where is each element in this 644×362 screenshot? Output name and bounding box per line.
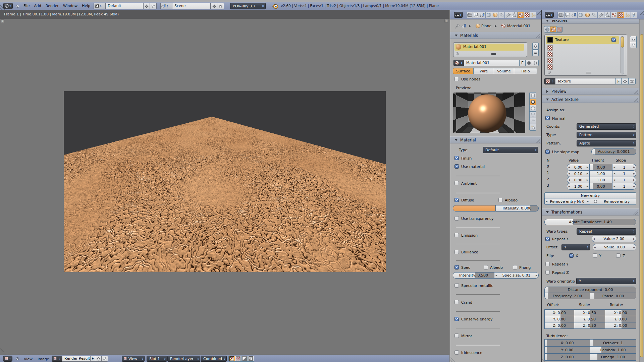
editor-type-button[interactable] [454, 12, 463, 18]
slope-row-height-slider[interactable]: 1.00 [589, 170, 612, 177]
material-name-field[interactable]: Material.001 [464, 60, 520, 66]
decrease-arrow-icon[interactable]: ◀ [567, 166, 571, 169]
properties-tab[interactable] [517, 12, 524, 18]
increase-arrow-icon[interactable]: ▶ [586, 172, 589, 175]
remove-material-slot-button[interactable] [532, 50, 539, 56]
transformations-panel-header[interactable]: Transformations [542, 208, 639, 216]
render-pass-dropdown[interactable]: Combined [201, 356, 227, 362]
add-slot-icon[interactable] [547, 70, 551, 74]
rotate-slider[interactable]: X: 0.00 [605, 309, 636, 316]
diffuse-intensity-slider[interactable]: Intensity: 0.800 [495, 205, 539, 212]
repeat-z-checkbox[interactable] [545, 270, 550, 275]
menu-item[interactable]: Window [63, 3, 77, 9]
use-nodes-checkbox[interactable] [454, 77, 459, 81]
increase-arrow-icon[interactable]: ▶ [586, 179, 589, 181]
spec-albedo-checkbox[interactable] [484, 265, 488, 269]
area-corner-icon[interactable] [536, 10, 541, 15]
finish-checkbox[interactable] [454, 156, 459, 160]
draw-channel-button[interactable] [235, 356, 241, 362]
increase-arrow-icon[interactable]: ▶ [632, 238, 636, 240]
editor-type-button[interactable] [3, 356, 12, 362]
iridescence-checkbox[interactable] [454, 350, 459, 355]
list-resize-handle[interactable] [491, 53, 496, 55]
increase-arrow-icon[interactable]: ▶ [632, 185, 636, 188]
texture-datablock-icon[interactable] [544, 78, 555, 84]
slope-row-height-slider[interactable]: 0.00 [589, 164, 612, 171]
area-corner-icon[interactable] [0, 348, 4, 352]
panel-drag-icon[interactable] [535, 138, 540, 143]
menu-item[interactable]: File [23, 3, 30, 9]
draw-channel-button[interactable] [241, 356, 248, 362]
material-type-tab[interactable]: Halo [514, 68, 537, 74]
texture-context-button[interactable] [544, 26, 550, 33]
unlink-material-button[interactable] [532, 60, 539, 66]
fake-user-button[interactable]: F [90, 356, 95, 362]
texture-context-button[interactable] [550, 26, 556, 33]
properties-tab[interactable] [530, 12, 536, 18]
properties-tab[interactable] [473, 12, 479, 18]
slope-row-value-field[interactable]: ◀ 0.10 ▶ [567, 170, 590, 177]
move-texture-down-button[interactable] [630, 42, 637, 48]
properties-tab[interactable] [597, 12, 604, 18]
decrease-arrow-icon[interactable]: ◀ [612, 172, 616, 175]
new-image-button[interactable] [95, 356, 102, 362]
collapse-menus-icon[interactable] [16, 4, 19, 8]
scale-slider[interactable]: Z: 0.50 [574, 322, 605, 329]
add-scene-button[interactable] [211, 3, 217, 9]
add-material-slot-button[interactable] [532, 43, 539, 50]
preview-sphere-button[interactable] [529, 99, 536, 105]
material-slot-item-selected[interactable]: Material.001 [454, 44, 524, 51]
panel-drag-icon[interactable] [535, 33, 540, 38]
new-texture-button[interactable] [621, 78, 629, 84]
diffuse-checkbox[interactable] [454, 198, 459, 202]
panel-collapse-icon[interactable] [546, 211, 549, 213]
panel-drag-icon[interactable] [633, 210, 638, 215]
texture-name-field[interactable]: Texture [555, 78, 616, 84]
list-resize-handle[interactable] [586, 72, 591, 74]
slope-row-height-slider[interactable]: 0.00 [589, 183, 612, 190]
texture-slot-enable-checkbox[interactable] [611, 38, 616, 42]
rotate-slider[interactable]: Z: 0.00 [605, 322, 636, 329]
diffuse-color-swatch[interactable] [453, 205, 496, 212]
texture-slot-checker-icon[interactable] [547, 52, 553, 57]
decrease-arrow-icon[interactable]: ◀ [612, 179, 616, 181]
slope-row-slope-field[interactable]: ◀ 1 ▶ [612, 164, 636, 171]
panel-scrollbar-track[interactable] [639, 19, 644, 362]
properties-tab[interactable] [524, 12, 530, 18]
turbulence-xyz-slider[interactable]: Y: 0.00 [544, 346, 590, 354]
materials-panel-header[interactable]: Materials [450, 32, 541, 39]
draw-channel-button[interactable] [228, 356, 235, 362]
panel-scrollbar-thumb[interactable] [640, 34, 643, 357]
properties-tab[interactable] [584, 12, 591, 18]
offset-slider[interactable]: Y: 0.00 [544, 316, 574, 322]
normal-checkbox[interactable] [545, 116, 550, 120]
render-layer-dropdown[interactable]: RenderLayer [167, 356, 200, 362]
material-type-tab[interactable]: Wire [473, 68, 494, 74]
ambient-checkbox[interactable] [454, 181, 459, 185]
conserve-energy-checkbox[interactable] [454, 317, 459, 321]
preview-cube-button[interactable] [529, 105, 536, 112]
preview-monkey-button[interactable] [529, 111, 536, 118]
panel-collapse-icon[interactable] [546, 20, 549, 22]
menu-item[interactable]: Help [82, 3, 90, 9]
menu-item[interactable]: Image [38, 356, 49, 362]
frequency-slider[interactable]: Frequency: 2.00 [544, 293, 590, 299]
decrease-arrow-icon[interactable]: ◀ [567, 185, 571, 188]
turbulence-xyz-slider[interactable]: X: 0.00 [544, 339, 590, 347]
unlink-image-button[interactable] [101, 356, 108, 362]
scale-slider[interactable]: X: 0.50 [574, 309, 605, 316]
warp-types-dropdown[interactable]: Repeat [577, 228, 636, 235]
slope-row-value-field[interactable]: ◀ 1.00 ▶ [567, 183, 590, 190]
view-mode-dropdown[interactable]: View [122, 356, 145, 362]
fake-user-button[interactable]: F [519, 60, 526, 66]
active-texture-panel-header[interactable]: Active texture [542, 96, 639, 103]
properties-tab[interactable] [557, 12, 564, 18]
area-corner-icon[interactable] [639, 10, 644, 15]
scene-selector[interactable] [160, 3, 172, 9]
editor-type-button[interactable] [545, 12, 554, 18]
warp-orientation-dropdown[interactable]: Y [576, 278, 636, 284]
material-type-tab[interactable]: Volume [494, 68, 514, 74]
distance-exponent-slider[interactable]: Distance exponent: 0.00 [544, 287, 636, 293]
phong-checkbox[interactable] [513, 265, 517, 269]
decrease-arrow-icon[interactable]: ◀ [567, 179, 571, 181]
